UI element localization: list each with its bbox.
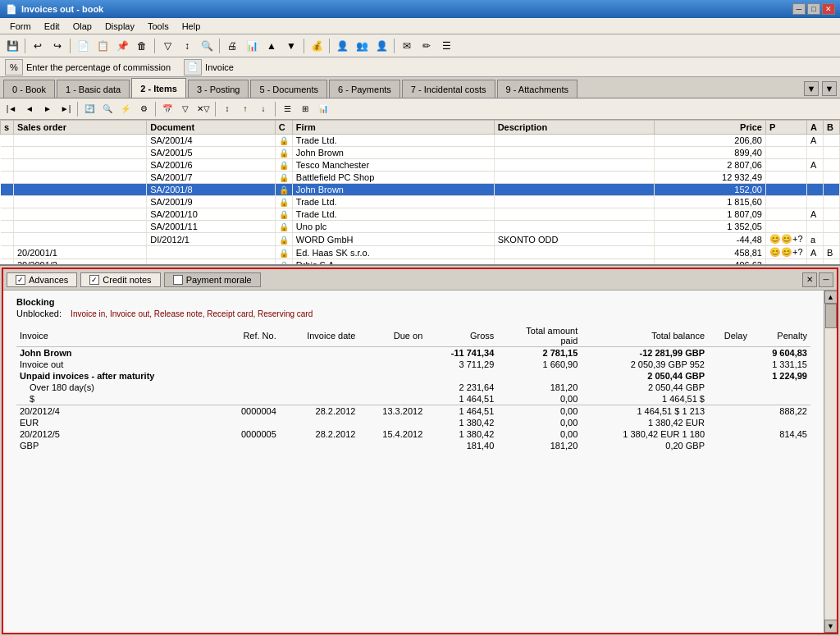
table-row[interactable]: SA/2001/6 🔒 Tesco Manchester 2 807,06 A [1,159,840,172]
pay-cell: 181,20 [497,382,581,393]
cell-b [824,147,840,159]
scroll-down[interactable]: ▼ [824,620,838,633]
lower-tab-payment-morale[interactable]: Payment morale [164,272,261,287]
tab-documents[interactable]: 5 - Documents [250,80,327,98]
tab-payments[interactable]: 6 - Payments [329,80,400,98]
table-row[interactable]: 20/2001/2 🔒 Drbis S.A. 496,62 [1,259,840,265]
nav-config[interactable]: ⚙ [135,101,152,117]
table-row[interactable]: 20/2001/1 🔒 Ed. Haas SK s.r.o. 458,81 😊😊… [1,246,840,259]
toolbar-mail[interactable]: ✉ [398,37,416,55]
toolbar-copy[interactable]: 📋 [94,37,112,55]
close-button[interactable]: ✕ [822,3,835,15]
pay-cell: 20/2012/5 [16,428,220,440]
table-row[interactable]: SA/2001/9 🔒 Trade Ltd. 1 815,60 [1,196,840,208]
pay-cell: 20/2012/4 [16,405,220,418]
toolbar-delete[interactable]: 🗑 [133,37,151,55]
toolbar-user2[interactable]: 👥 [353,37,371,55]
maximize-button[interactable]: □ [807,3,820,15]
nav-asc[interactable]: ↑ [237,101,253,117]
table-row[interactable]: SA/2001/7 🔒 Battlefield PC Shop 12 932,4… [1,172,840,184]
nav-next[interactable]: ► [39,101,56,117]
cell-sales-order [14,208,147,221]
table-row[interactable]: SA/2001/11 🔒 Uno plc 1 352,05 [1,221,840,233]
tab-posting[interactable]: 3 - Posting [188,80,249,98]
advances-checkbox[interactable]: ✓ [16,275,25,285]
invoice-label: Invoice [205,62,234,72]
toolbar-arrow-down[interactable]: ▼ [282,37,300,55]
toolbar-sort[interactable]: ↕ [178,37,196,55]
toolbar-btn-1[interactable]: 💾 [3,37,21,55]
table-row[interactable]: SA/2001/5 🔒 John Brown 899,40 [1,147,840,159]
tab-incidental[interactable]: 7 - Incidental costs [402,80,495,98]
nav-sort[interactable]: ↕ [219,101,235,117]
nav-filter[interactable]: ▽ [177,101,194,117]
payment-morale-checkbox[interactable] [173,275,183,285]
col-description[interactable]: Description [494,121,654,135]
tab-attachments[interactable]: 9 - Attachments [497,80,578,98]
menu-display[interactable]: Display [98,20,141,33]
invoice-btn[interactable]: 📄 Invoice [184,59,234,75]
col-firm[interactable]: Firm [292,121,494,135]
lower-panel-min[interactable]: ─ [819,272,833,287]
table-row[interactable]: SA/2001/8 🔒 John Brown 152,00 [1,184,840,196]
toolbar-user[interactable]: 👤 [333,37,351,55]
toolbar-export[interactable]: 📊 [243,37,261,55]
col-p: P [766,121,807,135]
toolbar-user3[interactable]: 👤 [372,37,390,55]
nav-desc[interactable]: ↓ [255,101,272,117]
toolbar-redo[interactable]: ↪ [48,37,66,55]
credit-notes-checkbox[interactable]: ✓ [89,275,99,285]
toolbar-search[interactable]: 🔍 [198,37,216,55]
menu-tools[interactable]: Tools [141,20,176,33]
cell-s [1,184,14,196]
nav-chart[interactable]: 📊 [315,101,331,117]
nav-search[interactable]: 🔍 [99,101,116,117]
tabs-dropdown-1[interactable]: ▼ [804,81,819,96]
nav-first[interactable]: |◄ [3,101,20,117]
table-row[interactable]: DI/2012/1 🔒 WORD GmbH SKONTO ODD -44,48 … [1,233,840,246]
nav-refresh[interactable]: 🔄 [81,101,98,117]
col-sales-order[interactable]: Sales order [14,121,147,135]
tab-items[interactable]: 2 - Items [131,78,186,98]
scroll-up[interactable]: ▲ [824,291,838,304]
toolbar-filter[interactable]: ▽ [158,37,176,55]
lower-tab-advances[interactable]: ✓ Advances [7,272,77,287]
menu-help[interactable]: Help [176,20,208,33]
toolbar-paste[interactable]: 📌 [113,37,131,55]
menu-edit[interactable]: Edit [38,20,66,33]
table-row[interactable]: SA/2001/10 🔒 Trade Ltd. 1 807,09 A [1,208,840,221]
lower-tab-credit-notes[interactable]: ✓ Credit notes [80,272,160,287]
scroll-track[interactable] [825,304,837,620]
tabs-bar: 0 - Book 1 - Basic data 2 - Items 3 - Po… [0,77,840,98]
nav-prev[interactable]: ◄ [21,101,38,117]
commission-btn[interactable]: % Enter the percentage of commission [5,59,171,75]
toolbar-arrow-up[interactable]: ▲ [262,37,281,55]
tab-basic-data[interactable]: 1 - Basic data [57,80,130,98]
toolbar-list[interactable]: ☰ [437,37,455,55]
nav-list[interactable]: ☰ [279,101,295,117]
pay-cell: 1 464,51 [426,405,497,418]
tab-book[interactable]: 0 - Book [3,80,55,98]
cell-c: 🔒 [275,196,292,208]
scroll-thumb[interactable] [825,304,837,328]
payment-morale-label: Payment morale [186,275,252,285]
lower-panel-close[interactable]: ✕ [802,272,817,287]
toolbar-print[interactable]: 🖨 [223,37,241,55]
nav-grid[interactable]: ⊞ [297,101,313,117]
nav-find[interactable]: ⚡ [117,101,134,117]
menu-olap[interactable]: Olap [66,20,98,33]
toolbar-undo[interactable]: ↩ [29,37,47,55]
menu-form[interactable]: Form [3,20,38,33]
toolbar-currency[interactable]: 💰 [308,37,326,55]
nav-filter-off[interactable]: ✕▽ [195,101,212,117]
nav-calendar[interactable]: 📅 [159,101,176,117]
table-row[interactable]: SA/2001/4 🔒 Trade Ltd. 206,80 A [1,135,840,147]
nav-last[interactable]: ►| [57,101,74,117]
toolbar-edit[interactable]: ✏ [418,37,436,55]
toolbar-new[interactable]: 📄 [74,37,92,55]
minimize-button[interactable]: ─ [792,3,806,15]
col-price[interactable]: Price [654,121,765,135]
tabs-dropdown-2[interactable]: ▼ [822,81,837,96]
col-document[interactable]: Document [147,121,276,135]
cell-s [1,233,14,246]
